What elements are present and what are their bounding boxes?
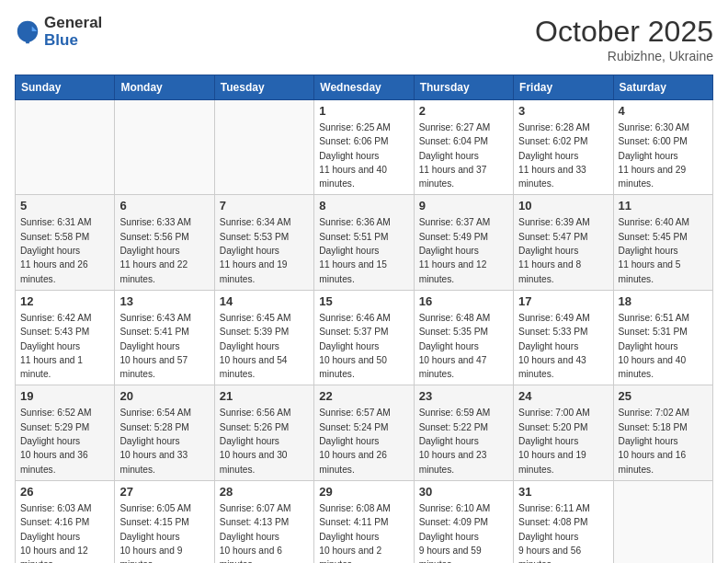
day-number: 6 [119, 199, 209, 213]
day-number: 15 [319, 294, 408, 308]
day-info: Sunrise: 6:37 AMSunset: 5:49 PMDaylight … [419, 215, 508, 285]
day-info: Sunrise: 6:05 AMSunset: 4:15 PMDaylight … [119, 501, 209, 563]
calendar-week-row: 12Sunrise: 6:42 AMSunset: 5:43 PMDayligh… [16, 290, 713, 385]
calendar-day-cell [613, 480, 712, 563]
day-info: Sunrise: 6:54 AMSunset: 5:28 PMDaylight … [119, 406, 209, 476]
calendar-day-cell: 25Sunrise: 7:02 AMSunset: 5:18 PMDayligh… [613, 385, 712, 480]
calendar-day-cell: 26Sunrise: 6:03 AMSunset: 4:16 PMDayligh… [16, 480, 115, 563]
day-number: 3 [518, 104, 608, 118]
weekday-header: Thursday [414, 75, 513, 100]
day-info: Sunrise: 6:27 AMSunset: 6:04 PMDaylight … [419, 121, 508, 190]
day-number: 27 [119, 485, 209, 499]
calendar-day-cell: 18Sunrise: 6:51 AMSunset: 5:31 PMDayligh… [613, 290, 712, 385]
day-info: Sunrise: 6:42 AMSunset: 5:43 PMDaylight … [20, 311, 109, 381]
day-info: Sunrise: 6:52 AMSunset: 5:29 PMDaylight … [20, 406, 109, 476]
logo-general: General [44, 15, 102, 32]
logo: General Blue [15, 15, 102, 49]
day-number: 21 [220, 389, 309, 403]
day-number: 22 [319, 389, 408, 403]
day-info: Sunrise: 6:11 AMSunset: 4:08 PMDaylight … [518, 501, 608, 563]
day-info: Sunrise: 6:07 AMSunset: 4:13 PMDaylight … [220, 501, 309, 563]
day-info: Sunrise: 6:59 AMSunset: 5:22 PMDaylight … [419, 406, 508, 476]
day-info: Sunrise: 6:36 AMSunset: 5:51 PMDaylight … [319, 215, 408, 285]
title-block: October 2025 Rubizhne, Ukraine [535, 15, 713, 63]
day-number: 26 [20, 485, 109, 499]
day-number: 8 [319, 199, 408, 213]
day-number: 20 [119, 389, 209, 403]
calendar-table: SundayMondayTuesdayWednesdayThursdayFrid… [15, 75, 713, 563]
calendar-day-cell: 21Sunrise: 6:56 AMSunset: 5:26 PMDayligh… [214, 385, 313, 480]
day-number: 28 [220, 485, 309, 499]
calendar-header-row: SundayMondayTuesdayWednesdayThursdayFrid… [16, 75, 713, 100]
day-info: Sunrise: 7:00 AMSunset: 5:20 PMDaylight … [518, 406, 608, 476]
day-number: 11 [619, 199, 708, 213]
calendar-day-cell [16, 100, 115, 195]
weekday-header: Saturday [613, 75, 712, 100]
calendar-day-cell: 6Sunrise: 6:33 AMSunset: 5:56 PMDaylight… [115, 195, 214, 290]
day-number: 31 [518, 485, 608, 499]
day-info: Sunrise: 6:25 AMSunset: 6:06 PMDaylight … [319, 121, 408, 190]
day-info: Sunrise: 6:56 AMSunset: 5:26 PMDaylight … [220, 406, 309, 476]
calendar-day-cell: 17Sunrise: 6:49 AMSunset: 5:33 PMDayligh… [514, 290, 613, 385]
day-number: 1 [319, 104, 408, 118]
calendar-day-cell: 23Sunrise: 6:59 AMSunset: 5:22 PMDayligh… [414, 385, 513, 480]
calendar-day-cell: 14Sunrise: 6:45 AMSunset: 5:39 PMDayligh… [214, 290, 313, 385]
calendar-day-cell: 13Sunrise: 6:43 AMSunset: 5:41 PMDayligh… [115, 290, 214, 385]
calendar-week-row: 5Sunrise: 6:31 AMSunset: 5:58 PMDaylight… [16, 195, 713, 290]
day-number: 17 [518, 294, 608, 308]
calendar-day-cell [214, 100, 313, 195]
day-info: Sunrise: 6:10 AMSunset: 4:09 PMDaylight … [419, 501, 508, 563]
day-info: Sunrise: 6:34 AMSunset: 5:53 PMDaylight … [220, 215, 309, 285]
calendar-week-row: 19Sunrise: 6:52 AMSunset: 5:29 PMDayligh… [16, 385, 713, 480]
calendar-day-cell: 1Sunrise: 6:25 AMSunset: 6:06 PMDaylight… [314, 100, 414, 195]
calendar-day-cell: 12Sunrise: 6:42 AMSunset: 5:43 PMDayligh… [16, 290, 115, 385]
calendar-week-row: 1Sunrise: 6:25 AMSunset: 6:06 PMDaylight… [16, 100, 713, 195]
day-info: Sunrise: 7:02 AMSunset: 5:18 PMDaylight … [619, 406, 708, 476]
calendar-day-cell: 20Sunrise: 6:54 AMSunset: 5:28 PMDayligh… [115, 385, 214, 480]
calendar-day-cell: 27Sunrise: 6:05 AMSunset: 4:15 PMDayligh… [115, 480, 214, 563]
weekday-header: Wednesday [314, 75, 414, 100]
calendar-day-cell: 11Sunrise: 6:40 AMSunset: 5:45 PMDayligh… [613, 195, 712, 290]
day-number: 9 [419, 199, 508, 213]
day-info: Sunrise: 6:30 AMSunset: 6:00 PMDaylight … [619, 121, 708, 190]
day-number: 4 [619, 104, 708, 118]
day-info: Sunrise: 6:45 AMSunset: 5:39 PMDaylight … [220, 311, 309, 381]
day-number: 5 [20, 199, 109, 213]
calendar-day-cell: 5Sunrise: 6:31 AMSunset: 5:58 PMDaylight… [16, 195, 115, 290]
calendar-day-cell [115, 100, 214, 195]
day-info: Sunrise: 6:48 AMSunset: 5:35 PMDaylight … [419, 311, 508, 381]
calendar-day-cell: 16Sunrise: 6:48 AMSunset: 5:35 PMDayligh… [414, 290, 513, 385]
day-info: Sunrise: 6:08 AMSunset: 4:11 PMDaylight … [319, 501, 408, 563]
calendar-day-cell: 7Sunrise: 6:34 AMSunset: 5:53 PMDaylight… [214, 195, 313, 290]
weekday-header: Monday [115, 75, 214, 100]
day-info: Sunrise: 6:43 AMSunset: 5:41 PMDaylight … [119, 311, 209, 381]
calendar-day-cell: 9Sunrise: 6:37 AMSunset: 5:49 PMDaylight… [414, 195, 513, 290]
day-info: Sunrise: 6:46 AMSunset: 5:37 PMDaylight … [319, 311, 408, 381]
day-number: 29 [319, 485, 408, 499]
calendar-day-cell: 10Sunrise: 6:39 AMSunset: 5:47 PMDayligh… [514, 195, 613, 290]
month-title: October 2025 [535, 15, 713, 49]
logo-blue: Blue [44, 32, 102, 50]
day-info: Sunrise: 6:28 AMSunset: 6:02 PMDaylight … [518, 121, 608, 190]
day-number: 13 [119, 294, 209, 308]
calendar-day-cell: 31Sunrise: 6:11 AMSunset: 4:08 PMDayligh… [514, 480, 613, 563]
calendar-day-cell: 30Sunrise: 6:10 AMSunset: 4:09 PMDayligh… [414, 480, 513, 563]
day-number: 12 [20, 294, 109, 308]
calendar-week-row: 26Sunrise: 6:03 AMSunset: 4:16 PMDayligh… [16, 480, 713, 563]
weekday-header: Tuesday [214, 75, 313, 100]
calendar-day-cell: 24Sunrise: 7:00 AMSunset: 5:20 PMDayligh… [514, 385, 613, 480]
day-number: 24 [518, 389, 608, 403]
calendar-day-cell: 22Sunrise: 6:57 AMSunset: 5:24 PMDayligh… [314, 385, 414, 480]
day-number: 18 [619, 294, 708, 308]
day-info: Sunrise: 6:51 AMSunset: 5:31 PMDaylight … [619, 311, 708, 381]
day-info: Sunrise: 6:39 AMSunset: 5:47 PMDaylight … [518, 215, 608, 285]
day-number: 23 [419, 389, 508, 403]
day-info: Sunrise: 6:49 AMSunset: 5:33 PMDaylight … [518, 311, 608, 381]
day-number: 7 [220, 199, 309, 213]
day-info: Sunrise: 6:03 AMSunset: 4:16 PMDaylight … [20, 501, 109, 563]
calendar-day-cell: 2Sunrise: 6:27 AMSunset: 6:04 PMDaylight… [414, 100, 513, 195]
location-subtitle: Rubizhne, Ukraine [535, 49, 713, 63]
day-info: Sunrise: 6:40 AMSunset: 5:45 PMDaylight … [619, 215, 708, 285]
day-info: Sunrise: 6:57 AMSunset: 5:24 PMDaylight … [319, 406, 408, 476]
weekday-header: Friday [514, 75, 613, 100]
